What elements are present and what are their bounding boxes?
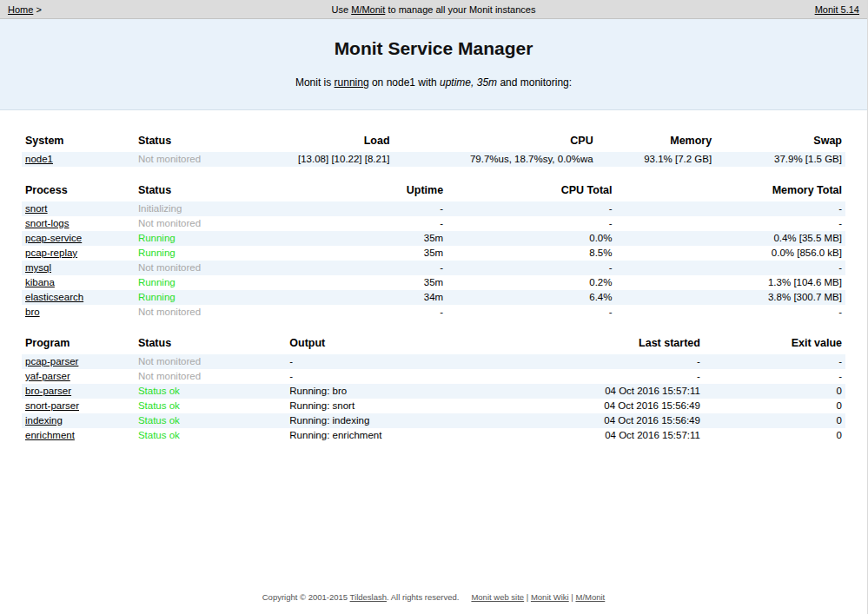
process-link-kibana[interactable]: kibana [25,277,55,287]
memory-total-value: - [615,261,845,275]
col-header-cpu-total: CPU Total [447,182,615,201]
status-line-mid: on node1 with [369,76,440,89]
home-link[interactable]: Home [8,4,33,15]
process-link-pcap-service[interactable]: pcap-service [25,233,82,243]
header-band: Monit Service Manager Monit is running o… [0,19,867,110]
program-table-header-row: Program Status Output Last started Exit … [22,334,845,354]
cpu-total-value: - [447,216,615,231]
footer-separator: | [527,592,528,602]
monit-wiki-link[interactable]: Monit Wiki [531,592,569,602]
cpu-total-value: 8.5% [447,246,615,261]
cpu-total-value: 0.2% [447,275,615,290]
breadcrumb-separator: > [33,4,41,15]
status-text: Running [138,277,176,287]
page-title: Monit Service Manager [0,38,867,59]
status-text: Not monitored [138,154,201,164]
monit-website-link[interactable]: Monit web site [471,592,524,602]
output-value: Running: snort [286,399,560,413]
col-header-process: Process [22,182,135,201]
copyright-prefix: Copyright © 2001-2015 [262,592,350,602]
col-header-exit-value: Exit value [704,334,845,354]
memory-total-value: 0.0% [856.0 kB] [615,246,845,261]
exit-value: - [704,369,845,384]
process-link-bro[interactable]: bro [25,307,40,317]
col-header-memory: Memory [597,132,716,152]
uptime-value: 35m [278,246,447,261]
program-link-yaf-parser[interactable]: yaf-parser [25,371,70,381]
cpu-total-value: - [447,305,615,320]
col-header-uptime: Uptime [278,182,447,201]
running-link[interactable]: running [335,76,369,89]
table-row: elasticsearch Running 34m 6.4% 3.8% [300… [22,290,845,305]
mmonit-footer-link[interactable]: M/Monit [575,592,605,602]
output-value: Running: bro [286,384,560,399]
footer-links: Monit web site | Monit Wiki | M/Monit [471,592,605,602]
exit-value: 0 [704,413,845,428]
program-link-snort-parser[interactable]: snort-parser [25,400,79,411]
memory-total-value: - [615,305,845,320]
load-value: [13.08] [10.22] [8.21] [278,152,394,167]
status-text: Status ok [138,386,180,396]
memory-total-value: - [615,216,845,231]
table-row: bro Not monitored - - - [22,305,845,320]
monit-version-link[interactable]: Monit 5.14 [815,4,859,15]
program-link-enrichment[interactable]: enrichment [25,430,75,440]
table-row: pcap-parser Not monitored - - - [22,354,845,369]
table-row: indexing Status ok Running: indexing 04 … [22,413,845,428]
program-link-indexing[interactable]: indexing [25,415,63,426]
process-link-pcap-replay[interactable]: pcap-replay [25,248,77,258]
uptime-value: 35m [278,231,447,246]
memory-value: 93.1% [7.2 GB] [597,152,716,167]
tildeslash-link[interactable]: Tildeslash [350,592,387,602]
table-row: snort-logs Not monitored - - - [22,216,845,231]
status-text: Not monitored [138,262,201,273]
exit-value: 0 [704,428,845,443]
page-footer: Copyright © 2001-2015 Tildeslash. All ri… [0,585,867,614]
col-header-cpu: CPU [394,132,597,152]
cpu-total-value: - [447,261,615,275]
status-text: Running [138,233,176,243]
topbar-message-suffix: to manage all your Monit instances [385,4,535,15]
copyright-text: Copyright © 2001-2015 Tildeslash. All ri… [262,592,460,602]
table-row: node1 Not monitored [13.08] [10.22] [8.2… [22,152,845,167]
program-link-bro-parser[interactable]: bro-parser [25,386,71,396]
memory-total-value: 3.8% [300.7 MB] [615,290,845,305]
swap-value: 37.9% [1.5 GB] [715,152,845,167]
cpu-value: 79.7%us, 18.7%sy, 0.0%wa [394,152,597,167]
program-link-pcap-parser[interactable]: pcap-parser [25,356,78,366]
output-value: - [286,369,560,384]
cpu-total-value: 6.4% [447,290,615,305]
cpu-total-value: 0.0% [447,231,615,246]
memory-total-value: - [615,201,845,216]
process-link-elasticsearch[interactable]: elasticsearch [25,292,83,302]
cpu-total-value: - [447,201,615,216]
system-table-header-row: System Status Load CPU Memory Swap [22,132,845,152]
process-link-snort-logs[interactable]: snort-logs [25,218,70,228]
exit-value: 0 [704,384,845,399]
memory-total-value: 1.3% [104.6 MB] [615,275,845,290]
last-started-value: 04 Oct 2016 15:57:11 [560,384,704,399]
process-table-block: Process Status Uptime CPU Total Memory T… [22,182,845,320]
memory-total-value: 0.4% [35.5 MB] [615,231,845,246]
process-link-snort[interactable]: snort [25,203,48,214]
last-started-value: 04 Oct 2016 15:56:49 [560,399,704,413]
process-table: Process Status Uptime CPU Total Memory T… [22,182,845,320]
system-link-node1[interactable]: node1 [25,154,53,164]
table-row: yaf-parser Not monitored - - - [22,369,845,384]
status-text: Status ok [138,430,180,440]
status-text: Initializing [138,203,182,214]
footer-separator: | [571,592,573,602]
col-header-swap: Swap [715,132,845,152]
status-text: Not monitored [138,218,201,228]
exit-value: - [704,354,845,369]
output-value: Running: indexing [286,413,560,428]
copyright-suffix: . All rights reserved. [387,592,459,602]
col-header-output: Output [286,334,560,354]
topbar-message-prefix: Use [332,4,352,15]
program-table-block: Program Status Output Last started Exit … [22,334,845,443]
uptime-value: 34m [278,290,447,305]
uptime-value: - [278,216,447,231]
process-link-mysql[interactable]: mysql [25,262,51,273]
table-row: kibana Running 35m 0.2% 1.3% [104.6 MB] [22,275,845,290]
mmonit-link[interactable]: M/Monit [351,4,385,15]
